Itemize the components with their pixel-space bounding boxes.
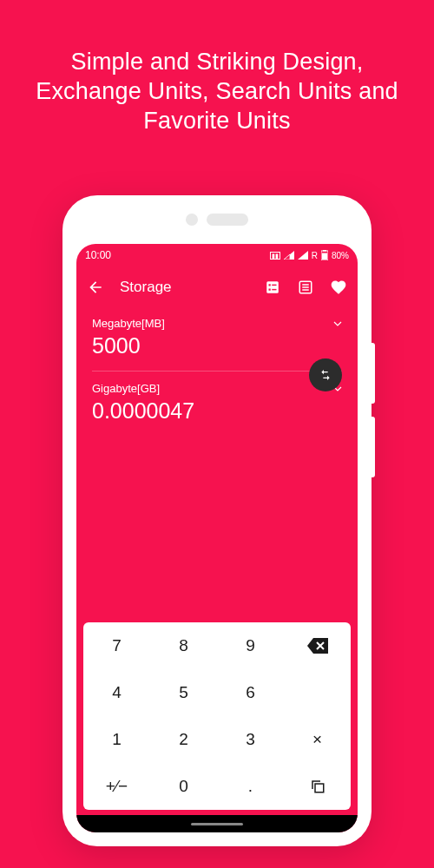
app-bar: Storage	[76, 266, 358, 308]
swap-icon	[319, 368, 332, 382]
svg-rect-3	[266, 281, 279, 293]
key-multiply[interactable]: ×	[284, 716, 351, 763]
from-unit-label: Megabyte[MB]	[92, 317, 165, 330]
key-9[interactable]: 9	[217, 622, 284, 669]
back-icon[interactable]	[87, 279, 104, 296]
phone-earpiece	[62, 195, 372, 244]
status-time: 10:00	[85, 249, 111, 261]
key-8[interactable]: 8	[150, 622, 217, 669]
status-icons: ▮▮ R 80%	[270, 250, 349, 260]
svg-rect-6	[269, 289, 271, 291]
heart-icon[interactable]	[330, 279, 347, 296]
page-title: Storage	[120, 279, 172, 296]
android-nav-bar[interactable]	[76, 815, 358, 832]
signal-icon	[298, 251, 308, 260]
sim-icon: ▮▮	[270, 252, 280, 260]
key-5[interactable]: 5	[150, 669, 217, 716]
battery-icon	[321, 250, 328, 260]
swap-button[interactable]	[309, 358, 342, 391]
list-icon[interactable]	[297, 279, 314, 296]
volume-down-button	[372, 417, 375, 477]
battery-percent: 80%	[332, 251, 349, 260]
key-sign[interactable]: +⁄−	[83, 763, 150, 810]
key-6[interactable]: 6	[217, 669, 284, 716]
volume-up-button	[372, 343, 375, 404]
nav-pill	[191, 823, 243, 825]
svg-rect-2	[322, 253, 327, 260]
svg-rect-7	[272, 289, 276, 291]
svg-rect-1	[323, 250, 326, 252]
key-4[interactable]: 4	[83, 669, 150, 716]
converter-panel: Megabyte[MB] 5000 Gigabyte[GB] 0.0000047	[76, 308, 358, 424]
keypad-area: 7 8 9 4 5 6 1 2 3 × +⁄− 0 .	[76, 622, 358, 832]
key-2[interactable]: 2	[150, 716, 217, 763]
from-unit-selector[interactable]: Megabyte[MB]	[92, 317, 342, 330]
phone-mockup: 10:00 ▮▮ R 80% Storage	[62, 195, 372, 846]
svg-rect-5	[272, 285, 276, 286]
key-dot[interactable]: .	[217, 763, 284, 810]
from-value[interactable]: 5000	[92, 333, 342, 358]
to-unit-label: Gigabyte[GB]	[92, 382, 160, 395]
to-unit-selector[interactable]: Gigabyte[GB]	[92, 382, 342, 395]
key-0[interactable]: 0	[150, 763, 217, 810]
key-copy[interactable]	[284, 763, 351, 810]
checklist-icon[interactable]	[264, 279, 281, 296]
keypad: 7 8 9 4 5 6 1 2 3 × +⁄− 0 .	[83, 622, 351, 810]
key-backspace[interactable]	[284, 622, 351, 669]
key-empty	[284, 669, 351, 716]
key-7[interactable]: 7	[83, 622, 150, 669]
divider	[92, 371, 342, 372]
svg-rect-12	[315, 784, 324, 792]
svg-rect-4	[269, 284, 271, 286]
to-value: 0.0000047	[92, 398, 342, 424]
phone-screen: 10:00 ▮▮ R 80% Storage	[76, 244, 358, 832]
signal-icon	[284, 251, 294, 260]
copy-icon	[310, 779, 326, 794]
marketing-headline: Simple and Striking Design, Exchange Uni…	[0, 0, 434, 135]
key-1[interactable]: 1	[83, 716, 150, 763]
chevron-down-icon	[333, 319, 342, 328]
roaming-indicator: R	[312, 251, 318, 260]
status-bar: 10:00 ▮▮ R 80%	[76, 244, 358, 266]
key-3[interactable]: 3	[217, 716, 284, 763]
backspace-icon	[307, 638, 328, 654]
